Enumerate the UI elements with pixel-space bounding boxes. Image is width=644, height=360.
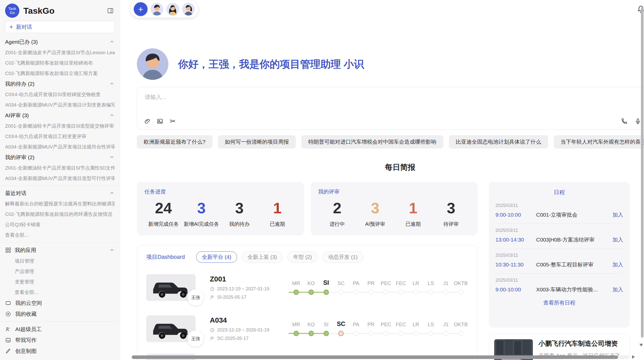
project-code: A034	[210, 316, 286, 324]
milestone-dot[interactable]	[443, 331, 448, 336]
sidebar-section-header[interactable]: Agent已办 (3)	[5, 37, 115, 47]
recent-conversation-item[interactable]: 解释最新出台的欧盟报废车法规再生塑料比例被调至15%...	[5, 199, 115, 209]
milestone-dot[interactable]	[458, 290, 463, 295]
sidebar-section-header[interactable]: AI评审 (3)	[5, 110, 115, 121]
sidebar-item[interactable]: C0X4-动力总成开发项目工程变更评审	[5, 131, 115, 142]
suggestion-chip[interactable]: 如何写一份清晰的项目周报	[218, 135, 296, 148]
favorites-icon	[5, 311, 11, 317]
sidebar-section-header[interactable]: 我的待办 (2)	[5, 79, 115, 89]
add-agent-button[interactable]: +	[134, 2, 148, 16]
sidebar-item[interactable]: C0X4-动力总成开发项目SI里程碑提交物检查	[5, 89, 115, 100]
milestone-dot[interactable]	[383, 331, 388, 336]
milestone-dot[interactable]	[324, 331, 329, 336]
scroll-right-arrow-icon[interactable]	[632, 355, 635, 359]
milestone-line	[314, 333, 319, 334]
clock-icon	[210, 328, 215, 333]
chevron-up-icon	[109, 81, 115, 87]
microphone-icon[interactable]	[634, 118, 641, 125]
phone-icon[interactable]	[621, 118, 628, 125]
sidebar-item[interactable]: A034-全新新能源MUV产品开发项目造型可行性评审	[5, 173, 115, 184]
sidebar-item[interactable]: Z001-全新燃油轻卡产品开发项目SI造型提交物评审	[5, 121, 115, 131]
milestone-dot[interactable]	[428, 331, 433, 336]
image-icon[interactable]	[156, 118, 164, 125]
horizontal-scrollbar[interactable]	[132, 355, 629, 359]
sidebar-item-help-me-write[interactable]: 帮我写作	[5, 335, 115, 346]
schedule-join-link[interactable]: 加入	[612, 286, 623, 293]
dashboard-tab[interactable]: 全新平台 (4)	[196, 251, 237, 263]
stat-value: 3	[182, 199, 220, 218]
new-chat-button[interactable]: + 新对话	[5, 21, 115, 33]
milestone-dot[interactable]	[369, 331, 374, 336]
recent-conversation-item[interactable]: C02-飞腾新能源轻客改款项目的闭环通告反馈情况	[5, 209, 115, 219]
paperclip-icon[interactable]	[144, 118, 151, 125]
milestone-dot[interactable]	[413, 331, 418, 336]
vertical-scrollbar[interactable]	[641, 7, 643, 338]
milestone-pa: PA	[348, 279, 363, 296]
stat-label: 新增AI完成任务	[182, 221, 220, 228]
dashboard-tab[interactable]: 年型 (2)	[287, 251, 318, 263]
scissors-icon[interactable]: ✂	[169, 118, 176, 125]
sidebar-item[interactable]: Z001-全新燃油轻卡产品开发项目SI节点属性5D文件评审	[5, 163, 115, 173]
recent-view-all[interactable]: 查看全部...	[5, 230, 115, 240]
milestone-dot[interactable]	[338, 331, 344, 336]
sidebar-item-ai-super-staff[interactable]: AI超级员工	[5, 324, 115, 335]
agent-avatar-1[interactable]	[151, 3, 163, 16]
milestone-dot[interactable]	[398, 290, 403, 295]
milestone-mr: MR	[289, 279, 304, 296]
agent-avatar-2[interactable]	[166, 3, 179, 16]
milestone-dot[interactable]	[398, 331, 403, 336]
horizontal-scrollbar-thumb[interactable]	[132, 355, 618, 359]
milestone-dot[interactable]	[309, 290, 314, 295]
app-item[interactable]: 产品管理	[15, 266, 115, 277]
sidebar-item-cloud-space[interactable]: 我的云空间	[5, 297, 115, 308]
suggestion-chip[interactable]: 比亚迪全固态电池计划具体说了什么	[449, 135, 548, 148]
milestone-dot[interactable]	[354, 331, 359, 336]
milestone-dot[interactable]	[294, 290, 299, 295]
app-item[interactable]: 项目管理	[15, 256, 115, 266]
recent-conversation-item[interactable]: 公司Q3轻卡销量	[5, 219, 115, 230]
sidebar-item[interactable]: A034-全新新能源MUV产品开发项目计划变更表编写	[5, 100, 115, 110]
milestone-line	[418, 292, 423, 293]
sidebar-item-creative-drawing[interactable]: 创意制图	[5, 346, 115, 356]
chat-input[interactable]	[145, 94, 644, 100]
scroll-down-arrow-icon[interactable]	[639, 344, 643, 347]
milestone-dot[interactable]	[294, 331, 299, 336]
dashboard-tab[interactable]: 全新上装 (3)	[242, 251, 283, 263]
schedule-view-all[interactable]: 查看所有日程	[495, 299, 623, 306]
agent-avatar-3[interactable]	[182, 3, 195, 16]
sidebar-section-title: 我的待办 (2)	[5, 80, 35, 87]
stat-value: 3	[356, 199, 394, 218]
milestone-dot[interactable]	[339, 290, 344, 295]
milestone-dot[interactable]	[369, 290, 374, 295]
sidebar-item-favorites[interactable]: 我的收藏	[5, 308, 115, 319]
apps-view-all[interactable]: 查看全部...	[15, 287, 115, 297]
sidebar-section-header[interactable]: 我的评审 (2)	[5, 152, 115, 163]
milestone-dot-row	[289, 329, 304, 338]
sidebar-item[interactable]: C02-飞腾新能源轻客改款项目立项汇报方案	[5, 68, 115, 79]
sidebar-section-header-recent[interactable]: 最近对话	[5, 188, 115, 199]
milestone-dot[interactable]	[443, 290, 448, 295]
sidebar-item[interactable]: C02-飞腾新能源轻客改款项目里程碑画布	[5, 58, 115, 68]
milestone-dot-row	[378, 288, 393, 296]
sidebar-item[interactable]: A034-全新新能源MUV产品开发项目法规符合性评审	[5, 142, 115, 152]
sidebar-section: Agent已办 (3)Z001-全新燃油皮卡产品开发项目SI节点Lesson L…	[5, 37, 115, 79]
milestone-dot[interactable]	[354, 290, 359, 295]
milestone-dot[interactable]	[458, 331, 463, 336]
milestone-dot[interactable]	[309, 331, 314, 336]
schedule-join-link[interactable]: 加入	[612, 211, 623, 218]
suggestion-chip[interactable]: 欧洲新规最近颁布了什么?	[137, 135, 212, 148]
suggestion-chip[interactable]: 特朗普可能对进口汽车增税会对中国车企造成哪些影响	[301, 135, 443, 148]
sidebar-collapse-icon[interactable]	[106, 6, 115, 15]
milestone-dot[interactable]	[324, 290, 329, 295]
milestone-dot[interactable]	[413, 290, 418, 295]
suggestion-chip[interactable]: 当下年轻人对汽车外观有怎样的喜好趋势	[554, 135, 644, 148]
schedule-join-link[interactable]: 加入	[612, 261, 623, 268]
milestone-dot[interactable]	[383, 290, 388, 295]
milestone-dot[interactable]	[428, 290, 433, 295]
milestone-line	[359, 292, 363, 293]
sidebar-section-my-apps[interactable]: 我的应用	[5, 245, 115, 256]
app-item[interactable]: 变更管理	[15, 277, 115, 287]
sidebar-item[interactable]: Z001-全新燃油皮卡产品开发项目SI节点Lesson Learn报告	[5, 47, 115, 58]
schedule-join-link[interactable]: 加入	[612, 236, 623, 243]
dashboard-tab[interactable]: 动总开发 (1)	[322, 251, 363, 263]
